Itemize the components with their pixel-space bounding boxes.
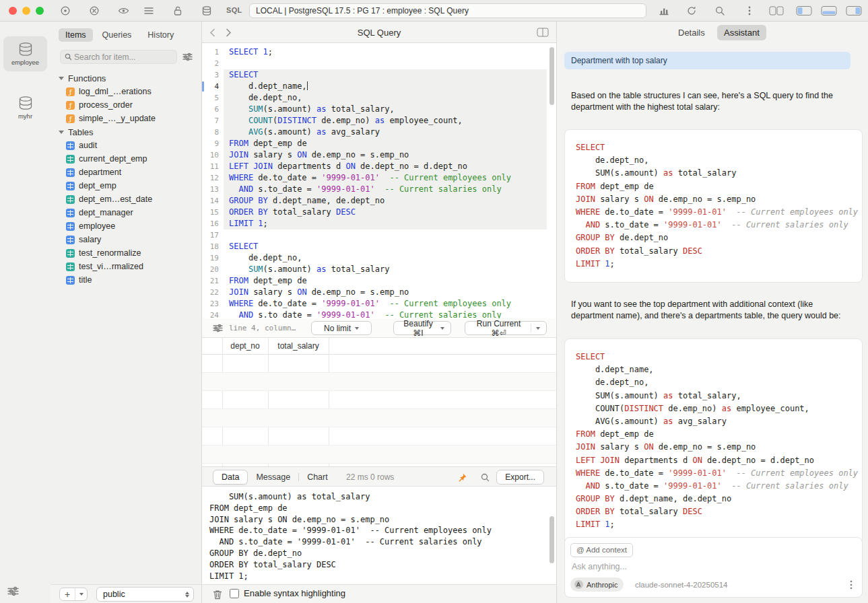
export-button[interactable]: Export... <box>496 470 544 485</box>
column-header-dept-no[interactable]: dept_no <box>222 338 268 355</box>
editor-line-9[interactable]: FROM dept_emp de <box>224 138 547 149</box>
search-results-icon[interactable] <box>477 470 493 484</box>
editor-line-12[interactable]: WHERE de.to_date = '9999-01-01' -- Curre… <box>224 172 547 184</box>
connect-icon[interactable] <box>57 4 74 17</box>
tile-windows-icon[interactable] <box>768 4 785 17</box>
table-structure-icon[interactable] <box>140 4 158 17</box>
tab-history[interactable]: History <box>141 28 180 42</box>
composer-menu-icon[interactable] <box>844 578 858 592</box>
zoom-window-button[interactable] <box>36 7 44 15</box>
editor-line-14[interactable]: GROUP BY d.dept_name, de.dept_no <box>224 195 547 207</box>
database-icon[interactable] <box>198 4 215 17</box>
editor-line-1[interactable]: SELECT 1; <box>224 46 547 58</box>
column-header-total-salary[interactable]: total_salary <box>268 338 329 355</box>
results-grid[interactable]: dept_no total_salary <box>202 338 556 466</box>
editor-line-24[interactable]: AND s.to_date = '9999-01-01' -- Current … <box>224 310 547 318</box>
tree-item-simple_…_y_update[interactable]: simple_…_y_update <box>51 112 201 125</box>
tree-item-audit[interactable]: audit <box>51 139 201 152</box>
close-window-button[interactable] <box>9 7 17 15</box>
preferences-sliders-icon[interactable] <box>5 584 20 598</box>
eye-icon[interactable] <box>114 4 132 17</box>
tree-item-test_vi…rmalized[interactable]: test_vi…rmalized <box>51 260 201 273</box>
connection-myhr[interactable]: myhr <box>3 90 47 125</box>
editor-line-3[interactable]: SELECT <box>224 69 547 81</box>
tab-assistant[interactable]: Assistant <box>717 25 766 40</box>
editor-line-8[interactable]: AVG(s.amount) as avg_salary <box>224 127 547 138</box>
schema-select[interactable]: public <box>96 587 194 602</box>
pin-icon[interactable] <box>454 470 470 484</box>
run-current-button[interactable]: Run Current ⌘⏎ <box>465 321 547 335</box>
assistant-input[interactable] <box>572 562 774 571</box>
editor-code[interactable]: SELECT 1;SELECT d.dept_name, de.dept_no,… <box>224 43 547 318</box>
tree-item-log_dml_…erations[interactable]: log_dml_…erations <box>51 85 201 98</box>
refresh-icon[interactable] <box>683 4 700 17</box>
grid-row[interactable] <box>202 355 556 373</box>
toggle-right-panel-icon[interactable] <box>845 4 863 17</box>
editor-line-23[interactable]: WHERE de.to_date = '9999-01-01' -- Curre… <box>224 298 547 310</box>
chart-icon[interactable] <box>655 4 673 17</box>
editor-line-17[interactable] <box>224 229 547 241</box>
sidebar-search[interactable] <box>60 50 177 64</box>
limit-dropdown[interactable]: No limit <box>311 321 372 335</box>
kebab-menu-icon[interactable] <box>741 4 758 17</box>
grid-row[interactable] <box>202 427 556 446</box>
editor-scrollbar[interactable] <box>549 47 554 105</box>
assistant-composer[interactable]: @ Add context Anthropic claude-sonnet-4-… <box>564 537 863 598</box>
tree-item-dept_manager[interactable]: dept_manager <box>51 206 201 219</box>
toggle-bottom-panel-icon[interactable] <box>820 4 838 17</box>
nav-forward-icon[interactable] <box>221 26 236 39</box>
tree-item-process_order[interactable]: process_order <box>51 98 201 112</box>
tab-message[interactable]: Message <box>248 470 298 485</box>
tree-item-dept_em…est_date[interactable]: dept_em…est_date <box>51 192 201 206</box>
editor-line-4[interactable]: d.dept_name, <box>224 81 547 92</box>
grid-row[interactable] <box>202 373 556 391</box>
assistant-code-block-2[interactable]: SELECT d.dept_name, de.dept_no, SUM(s.am… <box>564 339 863 544</box>
add-context-button[interactable]: @ Add context <box>570 543 633 557</box>
editor-line-7[interactable]: COUNT(DISTINCT de.emp_no) as employee_co… <box>224 115 547 127</box>
tab-queries[interactable]: Queries <box>96 28 139 42</box>
search-icon[interactable] <box>711 4 729 17</box>
filter-sliders-icon[interactable] <box>180 50 195 64</box>
disconnect-icon[interactable] <box>86 4 103 17</box>
syntax-highlighting-checkbox[interactable] <box>230 589 239 598</box>
tab-details[interactable]: Details <box>671 25 712 40</box>
connection-employee[interactable]: employee <box>3 36 47 71</box>
grid-row[interactable] <box>202 391 556 409</box>
syntax-highlighting-toggle[interactable]: Enable syntax highlighting <box>230 588 345 598</box>
editor-line-18[interactable]: SELECT <box>224 241 547 252</box>
conversation-topic[interactable]: Department with top salary <box>564 52 850 69</box>
tab-items[interactable]: Items <box>59 28 93 42</box>
editor-line-22[interactable]: JOIN salary s ON de.emp_no = s.emp_no <box>224 287 547 298</box>
tab-chart[interactable]: Chart <box>299 470 336 485</box>
lock-icon[interactable] <box>169 4 187 17</box>
editor-line-20[interactable]: SUM(s.amount) as total_salary <box>224 264 547 275</box>
editor-line-5[interactable]: de.dept_no, <box>224 92 547 104</box>
editor-line-21[interactable]: FROM dept_emp de <box>224 275 547 287</box>
trash-icon[interactable] <box>210 588 225 601</box>
beautify-button[interactable]: Beautify ⌘I <box>393 321 451 335</box>
message-pane[interactable]: SUM(s.amount) as total_salaryFROM dept_e… <box>202 487 556 584</box>
toggle-left-panel-icon[interactable] <box>795 4 813 17</box>
editor-line-10[interactable]: JOIN salary s ON de.emp_no = s.emp_no <box>224 149 547 161</box>
connection-title[interactable]: LOCAL | PostgreSQL 17.5 : PG 17 : employ… <box>249 3 646 18</box>
tree-section-tables[interactable]: Tables <box>51 125 201 139</box>
editor-line-16[interactable]: LIMIT 1; <box>224 218 547 229</box>
tab-data[interactable]: Data <box>213 470 248 485</box>
tree-item-employee[interactable]: employee <box>51 219 201 233</box>
tree-item-dept_emp[interactable]: dept_emp <box>51 179 201 192</box>
search-input[interactable] <box>74 52 172 62</box>
tree-item-salary[interactable]: salary <box>51 233 201 246</box>
editor-line-19[interactable]: de.dept_no, <box>224 252 547 264</box>
grid-row[interactable] <box>202 409 556 427</box>
split-view-icon[interactable] <box>535 26 551 39</box>
message-scrollbar[interactable] <box>549 516 554 563</box>
provider-selector[interactable]: Anthropic <box>570 577 624 592</box>
tree-section-functions[interactable]: Functions <box>51 71 201 85</box>
tree-item-title[interactable]: title <box>51 273 201 287</box>
tree-item-current_dept_emp[interactable]: current_dept_emp <box>51 152 201 166</box>
tree-item-department[interactable]: department <box>51 166 201 179</box>
editor-line-2[interactable] <box>224 58 547 69</box>
nav-back-icon[interactable] <box>205 26 220 39</box>
add-item-button[interactable]: + <box>60 588 75 600</box>
editor-line-15[interactable]: ORDER BY total_salary DESC <box>224 207 547 218</box>
